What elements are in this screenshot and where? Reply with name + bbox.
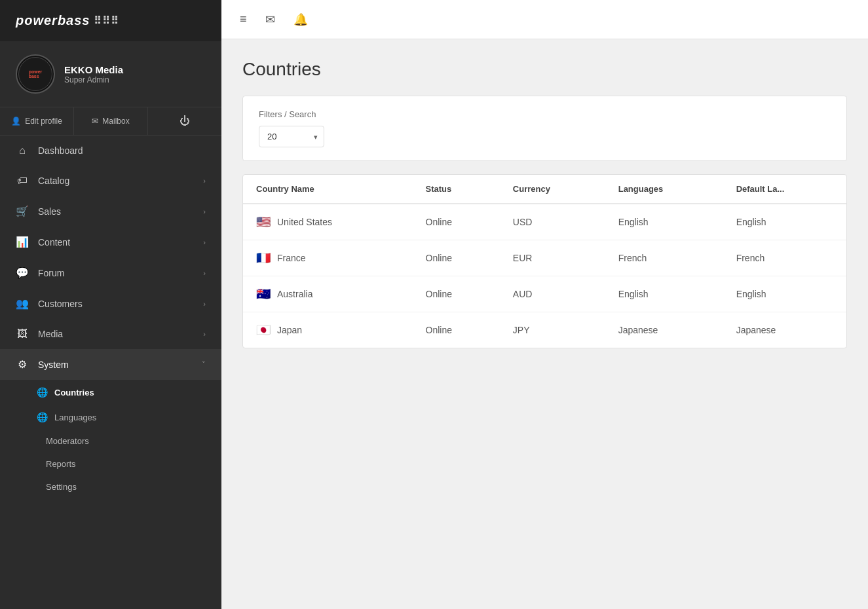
- sidebar-item-settings[interactable]: Settings: [0, 475, 221, 498]
- filter-label: Filters / Search: [259, 109, 831, 119]
- main-nav: ⌂ Dashboard 🏷 Catalog › 🛒 Sales › 📊 Cont…: [0, 136, 221, 498]
- chevron-right-icon: ›: [203, 177, 206, 185]
- page-title: Countries: [242, 59, 847, 80]
- logo-area: powerbass ⠿⠿⠿: [0, 0, 221, 41]
- chevron-down-icon: ˅: [202, 360, 206, 369]
- col-default-lang: Default La...: [723, 175, 846, 204]
- sidebar-item-customers[interactable]: 👥 Customers ›: [0, 288, 221, 319]
- cell-languages: English: [605, 276, 723, 312]
- tag-icon: 🏷: [16, 175, 29, 187]
- profile-name: EKKO Media: [64, 64, 123, 75]
- flag-icon: 🇯🇵: [256, 323, 271, 337]
- power-icon: ⏻: [179, 115, 190, 127]
- logo-icon: ⠿⠿⠿: [94, 14, 119, 27]
- cell-languages: French: [605, 240, 723, 276]
- country-name: Australia: [277, 289, 312, 299]
- filters-card: Filters / Search 10 20 50 100: [242, 96, 847, 161]
- flag-icon: 🇫🇷: [256, 251, 271, 265]
- main-area: ≡ ✉ 🔔 Countries Filters / Search 10 20 5…: [221, 0, 868, 609]
- sidebar-item-sales[interactable]: 🛒 Sales ›: [0, 196, 221, 227]
- col-currency: Currency: [500, 175, 605, 204]
- sidebar-item-languages[interactable]: 🌐 Languages: [0, 405, 221, 430]
- cell-country-name: 🇯🇵 Japan: [243, 312, 413, 348]
- cell-country-name: 🇺🇸 United States: [243, 204, 413, 240]
- cell-currency: AUD: [500, 276, 605, 312]
- table-section: Country Name Status Currency Languages D…: [243, 175, 846, 348]
- chevron-right-icon: ›: [203, 300, 206, 308]
- logout-button[interactable]: ⏻: [148, 107, 221, 135]
- cell-default-lang: Japanese: [723, 312, 846, 348]
- sidebar: powerbass ⠿⠿⠿ powerbass EKKO Media Super…: [0, 0, 221, 609]
- profile-info: EKKO Media Super Admin: [64, 64, 123, 84]
- countries-table: Country Name Status Currency Languages D…: [243, 175, 846, 348]
- cell-status: Online: [413, 312, 500, 348]
- flag-icon: 🇦🇺: [256, 287, 271, 301]
- table-body: 🇺🇸 United States Online USD English Engl…: [243, 204, 846, 348]
- profile-actions: 👤 Edit profile ✉ Mailbox ⏻: [0, 107, 221, 136]
- cart-icon: 🛒: [16, 205, 29, 217]
- chevron-right-icon: ›: [203, 269, 206, 277]
- mail-icon: ✉: [92, 117, 98, 126]
- bell-icon[interactable]: 🔔: [291, 10, 311, 29]
- table-row[interactable]: 🇺🇸 United States Online USD English Engl…: [243, 204, 846, 240]
- table-row[interactable]: 🇫🇷 France Online EUR French French: [243, 240, 846, 276]
- col-status: Status: [413, 175, 500, 204]
- country-name: United States: [277, 217, 332, 227]
- sidebar-item-system[interactable]: ⚙ System ˅: [0, 349, 221, 380]
- sidebar-item-catalog[interactable]: 🏷 Catalog ›: [0, 166, 221, 196]
- avatar: powerbass: [16, 54, 55, 94]
- filter-row: 10 20 50 100: [259, 126, 831, 147]
- profile-role: Super Admin: [64, 75, 123, 84]
- table-header-row: Country Name Status Currency Languages D…: [243, 175, 846, 204]
- cell-languages: English: [605, 204, 723, 240]
- col-languages: Languages: [605, 175, 723, 204]
- media-icon: 🖼: [16, 328, 29, 340]
- sidebar-item-forum[interactable]: 💬 Forum ›: [0, 257, 221, 288]
- topbar: ≡ ✉ 🔔: [221, 0, 868, 39]
- cell-default-lang: French: [723, 240, 846, 276]
- menu-toggle-icon[interactable]: ≡: [237, 10, 250, 29]
- logo-text: powerbass: [16, 13, 90, 28]
- chevron-right-icon: ›: [203, 238, 206, 246]
- cell-currency: JPY: [500, 312, 605, 348]
- sidebar-item-countries[interactable]: 🌐 Countries: [0, 380, 221, 405]
- country-name: France: [277, 253, 306, 263]
- sidebar-item-media[interactable]: 🖼 Media ›: [0, 319, 221, 349]
- per-page-select-wrapper: 10 20 50 100: [259, 126, 324, 147]
- globe-filled-icon: 🌐: [37, 387, 48, 397]
- sidebar-item-dashboard[interactable]: ⌂ Dashboard: [0, 136, 221, 166]
- globe-outline-icon: 🌐: [37, 412, 48, 422]
- email-icon[interactable]: ✉: [263, 10, 278, 29]
- flag-icon: 🇺🇸: [256, 215, 271, 229]
- col-country-name: Country Name: [243, 175, 413, 204]
- chevron-right-icon: ›: [203, 330, 206, 338]
- forum-icon: 💬: [16, 267, 29, 279]
- cell-languages: Japanese: [605, 312, 723, 348]
- cell-currency: EUR: [500, 240, 605, 276]
- sidebar-item-moderators[interactable]: Moderators: [0, 430, 221, 452]
- cell-status: Online: [413, 276, 500, 312]
- chevron-right-icon: ›: [203, 208, 206, 215]
- cell-default-lang: English: [723, 276, 846, 312]
- person-icon: 👤: [11, 117, 21, 126]
- per-page-select[interactable]: 10 20 50 100: [259, 126, 324, 147]
- sidebar-item-content[interactable]: 📊 Content ›: [0, 227, 221, 257]
- home-icon: ⌂: [16, 145, 29, 157]
- cell-currency: USD: [500, 204, 605, 240]
- table-row[interactable]: 🇯🇵 Japan Online JPY Japanese Japanese: [243, 312, 846, 348]
- edit-profile-button[interactable]: 👤 Edit profile: [0, 107, 74, 135]
- customers-icon: 👥: [16, 297, 29, 310]
- content-icon: 📊: [16, 236, 29, 248]
- cell-country-name: 🇦🇺 Australia: [243, 276, 413, 312]
- countries-table-card: Country Name Status Currency Languages D…: [242, 174, 847, 348]
- table-row[interactable]: 🇦🇺 Australia Online AUD English English: [243, 276, 846, 312]
- cell-status: Online: [413, 240, 500, 276]
- gear-icon: ⚙: [16, 358, 29, 371]
- sidebar-item-reports[interactable]: Reports: [0, 452, 221, 475]
- cell-default-lang: English: [723, 204, 846, 240]
- profile-section: powerbass EKKO Media Super Admin: [0, 41, 221, 107]
- mailbox-button[interactable]: ✉ Mailbox: [74, 107, 148, 135]
- country-name: Japan: [277, 325, 302, 335]
- cell-country-name: 🇫🇷 France: [243, 240, 413, 276]
- avatar-inner: powerbass: [18, 57, 52, 91]
